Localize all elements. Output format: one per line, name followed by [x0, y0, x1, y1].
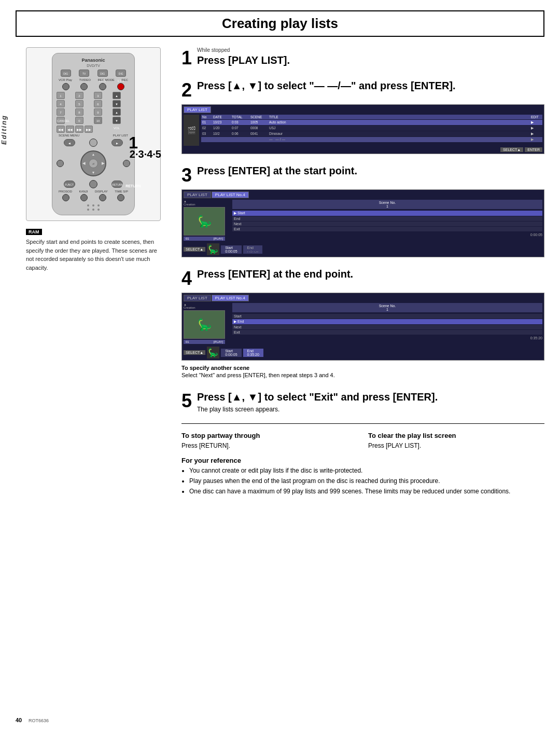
reference-bullet-2: Play pauses when the end of the last pro…: [189, 476, 544, 486]
tip-2-title: To clear the play list screen: [368, 432, 544, 439]
reference-bullet-1: You cannot create or edit play lists if …: [189, 466, 544, 475]
divider-tips: [181, 423, 544, 424]
screen-4-scene-no: Scene No.1: [232, 303, 542, 312]
menu-next: Next: [232, 222, 542, 226]
screen-row-new: — —/—▶: [201, 137, 542, 142]
remote-bottom-btns: [57, 194, 130, 201]
right-column: 1 While stopped Press [PLAY LIST]. 2 Pre…: [181, 47, 544, 497]
step-4-number: 4: [181, 268, 197, 289]
remote-bottom-labels: PROSODKANJIDISPLAYTIME S/P: [57, 190, 130, 193]
remote-brand-sub: DVD/TV: [57, 64, 130, 67]
tips-row: To stop partway through Press [RETURN]. …: [181, 432, 544, 450]
tip-1: To stop partway through Press [RETURN].: [181, 432, 358, 450]
menu-exit: Exit: [232, 227, 542, 231]
ram-section: RAM Specify start and end points to crea…: [26, 227, 166, 272]
step-2-number: 2: [181, 79, 197, 101]
step-3: 3 Press [ENTER] at the start point. PLAY…: [181, 164, 544, 257]
page-code: ROT6636: [29, 718, 49, 723]
screen-4-content: ▲Creation 🦕 01 [PLAY] Scene No.1 Start ▶…: [184, 303, 542, 345]
screen-3-content: ▲Creation 🦕 01 [PLAY] Scene No.1 ▶ Start: [184, 200, 542, 242]
remote-scene-labels: SCENE MENUPLAY LIST: [57, 134, 130, 137]
step-5-note: The play lists screen appears.: [197, 406, 544, 413]
screen-2-bottom-btns: SELECT▲ ENTER: [184, 147, 542, 152]
screen-3-tab1: PLAY LIST: [184, 191, 211, 198]
reference-title: For your reference: [181, 457, 544, 464]
step-2-instruction: Press [▲, ▼] to select "— —/—" and press…: [197, 79, 544, 92]
reference-list: You cannot create or edit play lists if …: [181, 466, 544, 496]
screen-row-empty1: [201, 143, 542, 144]
step-1-small-label: While stopped: [197, 47, 544, 53]
step-5: 5 Press [▲, ▼] to select "Exit" and pres…: [181, 390, 544, 413]
tip-1-title: To stop partway through: [181, 432, 358, 439]
left-column: Panasonic DVD/TV DIG TV DIG 1.1TV DIG 1.…: [26, 47, 166, 497]
screen-4-mockup: PLAY LIST PLAY LIST No.4 ▲Creation 🦕 01 …: [181, 293, 544, 361]
remote-mode-buttons: [57, 83, 130, 90]
screen-4-menu-next: Next: [232, 325, 542, 329]
screen-4-menu-start: Start: [232, 314, 542, 319]
screen-4-menu-exit: Exit: [232, 330, 542, 335]
remote-top-buttons: DIG TV DIG 1.1TV DIG 1.1TV: [57, 70, 130, 77]
screen-4-menu-end: ▶ End: [232, 319, 542, 324]
screen-4-bottom: SELECT▲ 🦕 Start0:00:05 End0:35:20: [184, 347, 542, 358]
tip-2-text: Press [PLAY LIST].: [368, 441, 544, 450]
step-5-instruction: Press [▲, ▼] to select "Exit" and press …: [197, 390, 544, 404]
remote-scene-row: ◀ ▶ 1: [57, 139, 130, 147]
screen-2-tab1: PLAY LIST: [184, 106, 211, 113]
screen-row-empty2: [201, 144, 542, 145]
note-text: Select "Next" and press [ENTER], then re…: [181, 372, 335, 378]
page-title: Creating play lists: [16, 10, 544, 37]
step-3-instruction: Press [ENTER] at the start point.: [197, 164, 544, 177]
screen-row-1: 0110/230:031005Auto action▶: [201, 120, 542, 125]
screen-2-mockup: PLAY LIST 🎬 NoDATETOTALSCENETITLEEDIT 01…: [181, 104, 544, 154]
remote-bottom-row: FUNCT RETURN ← RETURN: [57, 180, 130, 188]
ram-description: Specify start and end points to create s…: [26, 238, 166, 272]
screen-4-right: Scene No.1 Start ▶ End Next Exit 0:35:20: [232, 303, 542, 345]
screen-3-mockup: PLAY LIST PLAY LIST No.4 ▲Creation 🦕 01 …: [181, 189, 544, 257]
step-3-number: 3: [181, 164, 197, 186]
note-another-scene: To specify another scene Select "Next" a…: [181, 365, 544, 380]
reference-bullet-3: One disc can have a maximum of 99 play l…: [189, 487, 544, 496]
editing-label: Editing: [0, 26, 8, 233]
step-4: 4 Press [ENTER] at the end point. PLAY L…: [181, 268, 544, 380]
step-2: 2 Press [▲, ▼] to select "— —/—" and pre…: [181, 79, 544, 154]
screen-2-content: 🎬 NoDATETOTALSCENETITLEEDIT 0110/230:031…: [184, 115, 542, 146]
screen-3-left: ▲Creation 🦕 01 [PLAY]: [184, 200, 230, 242]
reference-section: For your reference You cannot create or …: [181, 457, 544, 496]
ram-badge: RAM: [26, 229, 42, 235]
step-5-number: 5: [181, 390, 197, 412]
screen-4-left: ▲Creation 🦕 01 [PLAY]: [184, 303, 230, 345]
screen-3-right: Scene No.1 ▶ Start End Next Exit 0:00:05: [232, 200, 542, 242]
remote-dpad-row: ⏎ ▲ ▼ ◀ ▶ 2·3·4·5: [57, 148, 130, 178]
screen-4-tab1: PLAY LIST: [184, 295, 211, 301]
step-1-instruction: Press [PLAY LIST].: [197, 54, 544, 66]
remote-dots: [57, 204, 130, 211]
remote-illustration: Panasonic DVD/TV DIG TV DIG 1.1TV DIG 1.…: [26, 47, 161, 221]
screen-3-bottom: SELECT▲ 🦕 Start0:00:05 End- -:- -.--: [184, 243, 542, 255]
screen-3-tab2: PLAY LIST No.4: [212, 191, 249, 198]
menu-end: End: [232, 216, 542, 221]
scene-no-label: Scene No.1: [232, 200, 542, 209]
remote-num-grid: 1 2 3 ▲CH 4 5 6 ▼CH 7 8 9 ▲VOL CANCEL 0: [57, 92, 130, 124]
menu-start: ▶ Start: [232, 211, 542, 216]
screen-4-tab2: PLAY LIST No.4: [212, 295, 249, 301]
step-1: 1 While stopped Press [PLAY LIST].: [181, 47, 544, 69]
tip-1-text: Press [RETURN].: [181, 441, 358, 450]
remote-brand: Panasonic: [57, 58, 130, 63]
tip-2: To clear the play list screen Press [PLA…: [368, 432, 544, 450]
step-4-instruction: Press [ENTER] at the end point.: [197, 268, 544, 280]
note-title: To specify another scene: [181, 365, 249, 371]
step-1-number: 1: [181, 47, 197, 69]
screen-row-3: 0310/20:060041Dinosaur▶: [201, 131, 542, 136]
screen-row-2: 021/200:070008USJ▶: [201, 126, 542, 131]
page-number: 40: [16, 717, 22, 723]
screen-2-header: NoDATETOTALSCENETITLEEDIT: [201, 115, 542, 119]
